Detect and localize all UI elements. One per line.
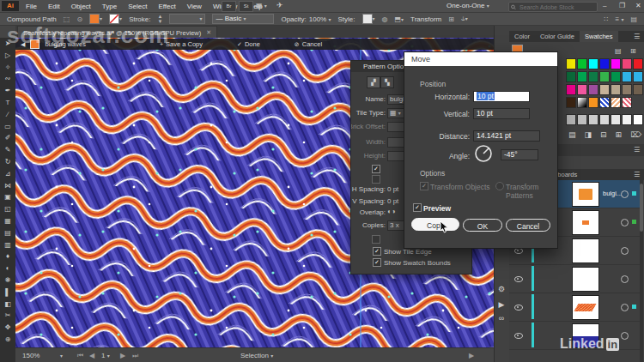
swatch[interactable]	[566, 84, 576, 95]
tab-color[interactable]: Color	[509, 31, 535, 42]
actions-play-icon[interactable]: ▶	[495, 299, 507, 311]
slice-tool[interactable]: ✂	[0, 310, 15, 322]
layer-target-icon[interactable]	[621, 332, 629, 340]
menu-item-file[interactable]: File	[26, 3, 37, 10]
transparency-panel-menu-icon[interactable]: ☰	[634, 146, 640, 154]
blend-tool[interactable]: ◐	[0, 262, 15, 275]
overlap-icons[interactable]: ◐◑	[387, 208, 396, 215]
opacity-value[interactable]: 100% ▾	[309, 15, 331, 23]
gradient-tool[interactable]: ▥	[0, 239, 15, 251]
panel-options-icon[interactable]: ≡ ▾	[616, 15, 624, 23]
search-input[interactable]	[518, 3, 595, 11]
tab-swatches[interactable]: Swatches	[580, 31, 618, 42]
zoom-level[interactable]: 150%	[22, 352, 39, 359]
swatch[interactable]	[611, 58, 621, 69]
stock-search[interactable]	[508, 2, 598, 12]
swatch[interactable]	[577, 114, 587, 125]
paintbrush-tool[interactable]: ✐	[0, 132, 15, 144]
share-icon[interactable]: ✈	[276, 1, 283, 9]
swatch[interactable]	[577, 97, 587, 108]
new-swatch-icon[interactable]: ⊞	[616, 130, 623, 139]
visibility-eye-icon[interactable]	[514, 333, 523, 339]
menu-item-view[interactable]: View	[187, 3, 202, 10]
visibility-eye-icon[interactable]	[514, 248, 523, 254]
show-tile-edge-checkbox[interactable]	[373, 247, 381, 256]
menu-item-type[interactable]: Type	[102, 3, 117, 10]
restore-button[interactable]: ❐	[619, 2, 625, 9]
pencil-tool[interactable]: ✎	[0, 144, 15, 156]
magic-wand-tool[interactable]: ✧	[0, 62, 15, 74]
screen-mode-icon[interactable]: ▤	[630, 15, 637, 23]
visibility-eye-icon[interactable]	[514, 276, 523, 282]
mesh-tool[interactable]: ▤	[0, 227, 15, 239]
new-color-group-icon[interactable]: ⊟	[600, 130, 607, 139]
layers-scrollbar[interactable]	[640, 180, 643, 362]
preferences-icon[interactable]: ⬒▾	[395, 15, 404, 23]
ok-button[interactable]: OK	[463, 219, 502, 232]
swatch[interactable]	[566, 71, 576, 82]
swatch[interactable]	[588, 71, 598, 82]
swatch[interactable]	[588, 97, 598, 108]
stroke-weight-field[interactable]: ▾	[169, 14, 205, 24]
visibility-eye-icon[interactable]	[514, 305, 523, 311]
arrange-documents-icon[interactable]: ▦ ▾	[256, 2, 267, 9]
swatch[interactable]	[622, 114, 632, 125]
swatch[interactable]	[566, 114, 576, 125]
swatch[interactable]	[599, 84, 610, 95]
layer-row[interactable]	[509, 265, 642, 293]
zoom-tool[interactable]: ⊕	[0, 334, 15, 346]
column-graph-tool[interactable]: ▌	[0, 287, 15, 299]
swatch[interactable]	[577, 84, 587, 95]
align-icon[interactable]: ⊞	[448, 15, 454, 23]
swatch[interactable]	[577, 58, 587, 69]
swatch-kinds-icon[interactable]: ◨	[585, 130, 592, 139]
last-artboard-icon[interactable]: ⏭	[132, 352, 138, 360]
swatch[interactable]	[599, 114, 610, 125]
stock-icon[interactable]: St	[239, 1, 253, 12]
swatch[interactable]	[622, 84, 632, 95]
pattern-action-cancel[interactable]: ⊘Cancel	[295, 40, 322, 48]
artboard-tool[interactable]: ◧	[0, 299, 15, 311]
eyedropper-tool[interactable]: ♦	[0, 250, 15, 262]
style-swatch[interactable]: ▾	[362, 14, 375, 24]
swatch[interactable]	[633, 114, 643, 125]
menu-item-edit[interactable]: Edit	[48, 3, 60, 10]
swatch[interactable]	[588, 114, 598, 125]
swatch-libraries-icon[interactable]: ▤	[568, 130, 576, 139]
brush-definition[interactable]: — Basic ▾	[212, 14, 274, 24]
rectangle-tool[interactable]: ▭	[0, 121, 15, 133]
size-tile-checkbox[interactable]	[372, 165, 380, 173]
delete-swatch-icon[interactable]: ⌦	[630, 130, 641, 139]
pattern-tile-tool-alt-icon[interactable]: ▚	[380, 76, 394, 88]
swatch[interactable]	[622, 71, 632, 82]
shape-builder-tool[interactable]: ◱	[0, 203, 15, 215]
vertical-field[interactable]: 10 pt	[473, 108, 530, 119]
workspace-switcher[interactable]: One-on-One ▾	[447, 2, 489, 9]
swatch[interactable]	[633, 58, 643, 69]
swatch[interactable]	[611, 71, 621, 82]
hand-tool[interactable]: ✥	[0, 322, 15, 334]
swatch[interactable]	[611, 114, 621, 125]
swatch[interactable]	[599, 71, 610, 82]
pattern-action-done[interactable]: ✓Done	[237, 40, 260, 48]
swatch[interactable]	[622, 58, 632, 69]
perspective-grid-tool[interactable]: ▦	[0, 215, 15, 227]
zoom-dropdown-icon[interactable]: ▾	[60, 353, 63, 359]
swatch[interactable]	[566, 58, 576, 69]
menu-item-effect[interactable]: Effect	[158, 3, 175, 10]
rotate-tool[interactable]: ↻	[0, 156, 15, 168]
type-tool[interactable]: T	[0, 97, 15, 109]
swatch[interactable]	[588, 84, 598, 95]
line-segment-tool[interactable]: ∕	[0, 109, 15, 121]
document-setup-icon[interactable]: ◍	[382, 15, 388, 23]
swatch[interactable]	[633, 84, 643, 95]
v-spacing-value[interactable]: 0 pt	[387, 197, 398, 205]
copy-button[interactable]: Copy	[411, 218, 459, 231]
grid-view-icon[interactable]: ⊞	[630, 47, 636, 55]
free-transform-tool[interactable]: ▣	[0, 191, 15, 203]
layer-target-icon[interactable]	[621, 275, 629, 283]
menu-item-select[interactable]: Select	[128, 3, 147, 10]
symbol-sprayer-tool[interactable]: ❋	[0, 275, 15, 287]
arrange-icon[interactable]: ⫝▾	[461, 15, 468, 23]
gear-icon[interactable]: ⚙	[495, 283, 507, 295]
